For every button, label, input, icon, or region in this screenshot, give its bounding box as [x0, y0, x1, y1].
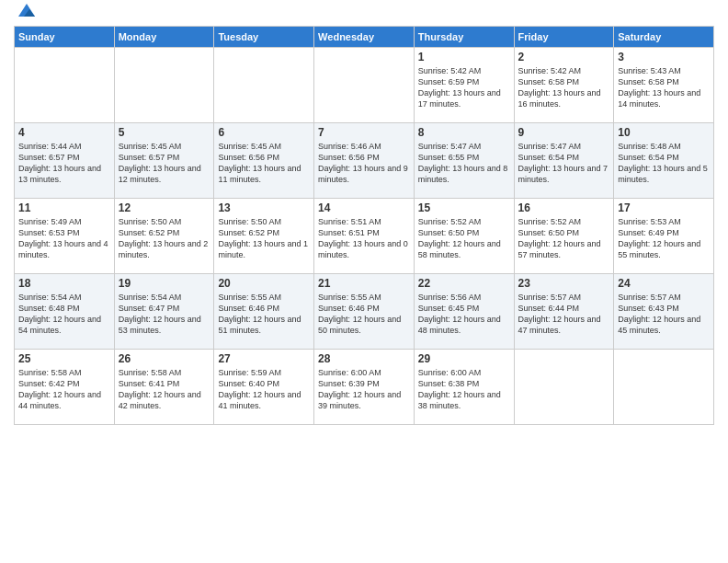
- calendar-cell: 22Sunrise: 5:56 AMSunset: 6:45 PMDayligh…: [414, 274, 514, 350]
- calendar-cell: 14Sunrise: 5:51 AMSunset: 6:51 PMDayligh…: [314, 199, 415, 274]
- calendar-cell: 16Sunrise: 5:52 AMSunset: 6:50 PMDayligh…: [514, 199, 614, 274]
- day-number: 23: [518, 277, 610, 290]
- day-info: Sunrise: 5:56 AMSunset: 6:45 PMDaylight:…: [418, 292, 510, 337]
- calendar-cell: 18Sunrise: 5:54 AMSunset: 6:48 PMDayligh…: [15, 274, 115, 350]
- day-info: Sunrise: 5:55 AMSunset: 6:46 PMDaylight:…: [218, 292, 310, 337]
- calendar-cell: 4Sunrise: 5:44 AMSunset: 6:57 PMDaylight…: [15, 123, 115, 199]
- day-number: 8: [418, 126, 510, 139]
- day-number: 21: [318, 277, 410, 290]
- day-info: Sunrise: 5:44 AMSunset: 6:57 PMDaylight:…: [18, 141, 110, 186]
- day-info: Sunrise: 5:53 AMSunset: 6:49 PMDaylight:…: [618, 216, 710, 261]
- calendar-cell: [614, 350, 714, 425]
- calendar-cell: 24Sunrise: 5:57 AMSunset: 6:43 PMDayligh…: [614, 274, 714, 350]
- calendar-cell: [15, 48, 115, 123]
- calendar-cell: [214, 48, 314, 123]
- day-header-wednesday: Wednesday: [314, 27, 415, 48]
- day-number: 24: [618, 277, 710, 290]
- day-header-friday: Friday: [514, 27, 614, 48]
- week-row-2: 4Sunrise: 5:44 AMSunset: 6:57 PMDaylight…: [15, 123, 714, 199]
- day-number: 6: [218, 126, 310, 139]
- day-info: Sunrise: 5:57 AMSunset: 6:44 PMDaylight:…: [518, 292, 610, 337]
- day-number: 5: [119, 126, 210, 139]
- calendar-cell: 6Sunrise: 5:45 AMSunset: 6:56 PMDaylight…: [214, 123, 314, 199]
- day-info: Sunrise: 5:58 AMSunset: 6:41 PMDaylight:…: [119, 367, 210, 412]
- day-number: 16: [518, 201, 610, 214]
- day-number: 13: [218, 201, 310, 214]
- day-number: 18: [18, 277, 110, 290]
- day-number: 4: [18, 126, 110, 139]
- day-info: Sunrise: 5:45 AMSunset: 6:56 PMDaylight:…: [218, 141, 310, 186]
- day-info: Sunrise: 6:00 AMSunset: 6:39 PMDaylight:…: [318, 367, 410, 412]
- calendar-cell: [314, 48, 415, 123]
- day-number: 17: [618, 201, 710, 214]
- day-info: Sunrise: 5:55 AMSunset: 6:46 PMDaylight:…: [318, 292, 410, 337]
- day-info: Sunrise: 5:54 AMSunset: 6:48 PMDaylight:…: [18, 292, 110, 337]
- calendar-cell: 27Sunrise: 5:59 AMSunset: 6:40 PMDayligh…: [214, 350, 314, 425]
- day-info: Sunrise: 5:42 AMSunset: 6:58 PMDaylight:…: [518, 65, 610, 110]
- day-number: 27: [218, 352, 310, 365]
- day-number: 1: [418, 51, 510, 63]
- week-row-3: 11Sunrise: 5:49 AMSunset: 6:53 PMDayligh…: [15, 199, 714, 274]
- calendar-cell: 10Sunrise: 5:48 AMSunset: 6:54 PMDayligh…: [614, 123, 714, 199]
- calendar-cell: 15Sunrise: 5:52 AMSunset: 6:50 PMDayligh…: [414, 199, 514, 274]
- day-number: 14: [318, 201, 410, 214]
- day-number: 3: [618, 51, 710, 63]
- day-info: Sunrise: 5:59 AMSunset: 6:40 PMDaylight:…: [218, 367, 310, 412]
- day-info: Sunrise: 5:47 AMSunset: 6:55 PMDaylight:…: [418, 141, 510, 186]
- day-header-tuesday: Tuesday: [214, 27, 314, 48]
- day-info: Sunrise: 5:51 AMSunset: 6:51 PMDaylight:…: [318, 216, 410, 261]
- day-info: Sunrise: 5:47 AMSunset: 6:54 PMDaylight:…: [518, 141, 610, 186]
- day-info: Sunrise: 5:42 AMSunset: 6:59 PMDaylight:…: [418, 65, 510, 110]
- day-header-monday: Monday: [114, 27, 214, 48]
- calendar-cell: 7Sunrise: 5:46 AMSunset: 6:56 PMDaylight…: [314, 123, 415, 199]
- calendar-cell: 1Sunrise: 5:42 AMSunset: 6:59 PMDaylight…: [414, 48, 514, 123]
- logo-icon: [17, 0, 37, 20]
- calendar-cell: 2Sunrise: 5:42 AMSunset: 6:58 PMDaylight…: [514, 48, 614, 123]
- logo: [14, 13, 37, 20]
- day-number: 9: [518, 126, 610, 139]
- calendar-cell: 13Sunrise: 5:50 AMSunset: 6:52 PMDayligh…: [214, 199, 314, 274]
- day-info: Sunrise: 5:52 AMSunset: 6:50 PMDaylight:…: [518, 216, 610, 261]
- header-row: SundayMondayTuesdayWednesdayThursdayFrid…: [15, 27, 714, 48]
- day-number: 11: [18, 201, 110, 214]
- calendar-cell: 19Sunrise: 5:54 AMSunset: 6:47 PMDayligh…: [114, 274, 214, 350]
- day-number: 7: [318, 126, 410, 139]
- calendar-cell: 12Sunrise: 5:50 AMSunset: 6:52 PMDayligh…: [114, 199, 214, 274]
- day-info: Sunrise: 5:43 AMSunset: 6:58 PMDaylight:…: [618, 65, 710, 110]
- calendar-cell: 26Sunrise: 5:58 AMSunset: 6:41 PMDayligh…: [114, 350, 214, 425]
- calendar-cell: 28Sunrise: 6:00 AMSunset: 6:39 PMDayligh…: [314, 350, 415, 425]
- week-row-4: 18Sunrise: 5:54 AMSunset: 6:48 PMDayligh…: [15, 274, 714, 350]
- week-row-5: 25Sunrise: 5:58 AMSunset: 6:42 PMDayligh…: [15, 350, 714, 425]
- calendar-cell: 11Sunrise: 5:49 AMSunset: 6:53 PMDayligh…: [15, 199, 115, 274]
- day-number: 22: [418, 277, 510, 290]
- day-info: Sunrise: 6:00 AMSunset: 6:38 PMDaylight:…: [418, 367, 510, 412]
- day-info: Sunrise: 5:57 AMSunset: 6:43 PMDaylight:…: [618, 292, 710, 337]
- day-info: Sunrise: 5:50 AMSunset: 6:52 PMDaylight:…: [119, 216, 210, 261]
- calendar-cell: [514, 350, 614, 425]
- calendar-cell: 8Sunrise: 5:47 AMSunset: 6:55 PMDaylight…: [414, 123, 514, 199]
- day-info: Sunrise: 5:52 AMSunset: 6:50 PMDaylight:…: [418, 216, 510, 261]
- calendar-cell: 17Sunrise: 5:53 AMSunset: 6:49 PMDayligh…: [614, 199, 714, 274]
- calendar-cell: 21Sunrise: 5:55 AMSunset: 6:46 PMDayligh…: [314, 274, 415, 350]
- calendar-cell: 23Sunrise: 5:57 AMSunset: 6:44 PMDayligh…: [514, 274, 614, 350]
- day-number: 19: [119, 277, 210, 290]
- week-row-1: 1Sunrise: 5:42 AMSunset: 6:59 PMDaylight…: [15, 48, 714, 123]
- day-info: Sunrise: 5:48 AMSunset: 6:54 PMDaylight:…: [618, 141, 710, 186]
- day-header-saturday: Saturday: [614, 27, 714, 48]
- calendar-cell: 20Sunrise: 5:55 AMSunset: 6:46 PMDayligh…: [214, 274, 314, 350]
- day-number: 2: [518, 51, 610, 63]
- day-number: 25: [18, 352, 110, 365]
- day-number: 10: [618, 126, 710, 139]
- calendar-cell: 9Sunrise: 5:47 AMSunset: 6:54 PMDaylight…: [514, 123, 614, 199]
- calendar-cell: 3Sunrise: 5:43 AMSunset: 6:58 PMDaylight…: [614, 48, 714, 123]
- calendar-cell: 25Sunrise: 5:58 AMSunset: 6:42 PMDayligh…: [15, 350, 115, 425]
- day-number: 20: [218, 277, 310, 290]
- day-info: Sunrise: 5:46 AMSunset: 6:56 PMDaylight:…: [318, 141, 410, 186]
- day-info: Sunrise: 5:50 AMSunset: 6:52 PMDaylight:…: [218, 216, 310, 261]
- day-info: Sunrise: 5:58 AMSunset: 6:42 PMDaylight:…: [18, 367, 110, 412]
- day-number: 15: [418, 201, 510, 214]
- calendar-cell: 29Sunrise: 6:00 AMSunset: 6:38 PMDayligh…: [414, 350, 514, 425]
- day-info: Sunrise: 5:54 AMSunset: 6:47 PMDaylight:…: [119, 292, 210, 337]
- header: [14, 9, 714, 20]
- day-info: Sunrise: 5:45 AMSunset: 6:57 PMDaylight:…: [119, 141, 210, 186]
